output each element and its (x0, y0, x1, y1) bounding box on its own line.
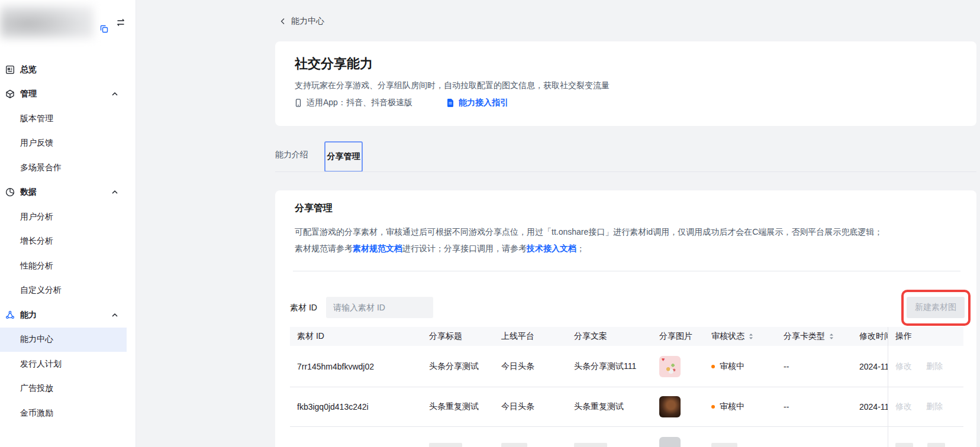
sidebar-item-capability[interactable]: 能力 (0, 303, 136, 328)
sidebar-nav: 总览 管理 版本管理 用户反馈 多场景合作 数据 用户分析 增长分析 性能分析 … (0, 57, 136, 426)
capability-icon (5, 310, 15, 320)
cell-share-image: ♥ (652, 346, 704, 387)
clipped-text (501, 443, 527, 447)
sidebar-item-growth-analysis[interactable]: 增长分析 (0, 229, 136, 254)
main-content: 能力中心 社交分享能力 支持玩家在分享游戏、分享组队房间时，自动拉取配置的图文信… (136, 0, 980, 447)
sidebar-item-overview[interactable]: 总览 (0, 57, 136, 82)
sidebar-item-management[interactable]: 管理 (0, 82, 136, 107)
clipped-text (574, 443, 607, 447)
delete-link[interactable]: 删除 (926, 401, 943, 412)
clipped-text (429, 443, 462, 447)
delete-link[interactable]: 删除 (926, 361, 943, 372)
status-dot-orange (711, 365, 715, 368)
column-header-material-id: 素材 ID (290, 327, 422, 346)
sort-icon[interactable] (747, 332, 755, 341)
sidebar: 总览 管理 版本管理 用户反馈 多场景合作 数据 用户分析 增长分析 性能分析 … (0, 0, 136, 447)
sidebar-item-label: 多场景合作 (20, 163, 62, 173)
document-icon (446, 98, 455, 108)
panel-title: 分享管理 (295, 202, 333, 215)
edit-link[interactable]: 修改 (895, 361, 912, 372)
sidebar-item-label: 版本管理 (20, 114, 53, 124)
app-logo-blurred (0, 5, 94, 39)
clipped-text (927, 443, 945, 447)
column-header-review-status: 审核状态 (704, 327, 776, 346)
cell-card-type: -- (776, 387, 852, 426)
breadcrumb-back[interactable]: 能力中心 (278, 15, 324, 27)
cell-actions (888, 427, 963, 447)
table-header: 素材 ID 分享标题 上线平台 分享文案 分享图片 审核状态 分享卡类型 修改时… (290, 327, 963, 346)
share-image-thumbnail (659, 396, 681, 417)
sidebar-item-label: 用户反馈 (20, 138, 53, 148)
overview-icon (5, 65, 15, 74)
tech-doc-link[interactable]: 技术接入文档 (527, 244, 576, 253)
sidebar-item-coin-incentive[interactable]: 金币激励 (0, 401, 136, 426)
share-image-thumbnail (659, 437, 681, 447)
sidebar-item-publisher-plan[interactable]: 发行人计划 (0, 352, 136, 377)
panel-desc-line2-suffix: ； (576, 244, 585, 253)
sidebar-item-ad-delivery[interactable]: 广告投放 (0, 377, 136, 401)
cell-actions: 修改 删除 (888, 346, 963, 387)
tab-capability-intro[interactable]: 能力介绍 (275, 150, 308, 160)
cell-actions: 修改 删除 (888, 387, 963, 426)
sidebar-item-user-analysis[interactable]: 用户分析 (0, 205, 136, 229)
status-label: 审核中 (720, 361, 744, 372)
column-header-label: 审核状态 (711, 331, 744, 342)
sidebar-item-label: 金币激励 (20, 408, 53, 419)
material-spec-doc-link[interactable]: 素材规范文档 (353, 244, 402, 253)
column-header-actions: 操作 (888, 327, 963, 346)
column-header-share-title: 分享标题 (422, 327, 494, 346)
cell-material-id: 7rr145hm4bfkvwdj02 (290, 346, 422, 387)
sidebar-item-performance-analysis[interactable]: 性能分析 (0, 254, 136, 278)
cell-review-status: 审核中 (704, 387, 776, 426)
create-material-button[interactable]: 新建素材图 (907, 297, 965, 318)
table-row-partial (290, 427, 963, 447)
cell-review-status: 审核中 (704, 346, 776, 387)
sidebar-item-capability-center[interactable]: 能力中心 (0, 328, 127, 352)
cell-platform: 今日头条 (494, 387, 567, 426)
cell-card-type: -- (776, 346, 852, 387)
material-id-input[interactable] (326, 297, 433, 318)
tab-share-management[interactable]: 分享管理 (324, 141, 363, 172)
sidebar-item-version-management[interactable]: 版本管理 (0, 106, 136, 131)
copy-icon[interactable] (99, 24, 109, 34)
cell-share-image (652, 387, 704, 426)
sidebar-item-label: 广告投放 (20, 383, 53, 394)
pie-chart-icon (5, 187, 15, 197)
panel-desc-line1: 可配置游戏的分享素材，审核通过后可根据不同游戏分享点位，用过「tt.onshar… (295, 227, 882, 237)
cell-modified-time: 2024-11- (852, 346, 888, 387)
sidebar-item-user-feedback[interactable]: 用户反馈 (0, 131, 136, 156)
column-header-label: 分享卡类型 (784, 331, 825, 342)
cell-modified-time: 2024-11- (852, 387, 888, 426)
cell-material-id: fkb3igq0jd413c242i (290, 387, 422, 426)
applicable-apps: 适用App：抖音、抖音极速版 (307, 98, 412, 108)
sort-icon[interactable] (828, 332, 835, 341)
sidebar-item-label: 发行人计划 (20, 359, 62, 370)
sidebar-item-label: 自定义分析 (20, 285, 62, 296)
sidebar-item-custom-analysis[interactable]: 自定义分析 (0, 278, 136, 303)
cell-share-title: 头条重复测试 (422, 387, 494, 426)
table-row: 7rr145hm4bfkvwdj02 头条分享测试 今日头条 头条分享测试111… (290, 346, 963, 387)
app-window: 总览 管理 版本管理 用户反馈 多场景合作 数据 用户分析 增长分析 性能分析 … (0, 0, 980, 447)
panel-desc-line2-mid: 进行设计；分享接口调用，请参考 (402, 244, 527, 253)
material-id-label: 素材 ID (290, 303, 317, 313)
edit-link[interactable]: 修改 (895, 401, 912, 412)
sidebar-item-label: 数据 (20, 187, 37, 197)
switch-app-icon[interactable] (116, 18, 125, 27)
breadcrumb-label: 能力中心 (291, 16, 324, 27)
sidebar-item-label: 用户分析 (20, 212, 53, 222)
sidebar-item-data[interactable]: 数据 (0, 180, 136, 205)
sidebar-item-multi-scene[interactable]: 多场景合作 (0, 156, 136, 180)
cell-share-copy: 头条重复测试 (567, 387, 652, 426)
column-header-card-type: 分享卡类型 (776, 327, 852, 346)
chevron-up-icon (110, 310, 120, 320)
integration-guide-link[interactable]: 能力接入指引 (446, 98, 508, 108)
cell-share-title: 头条分享测试 (422, 346, 494, 387)
page-title: 社交分享能力 (295, 55, 373, 73)
column-header-share-copy: 分享文案 (567, 327, 652, 346)
sidebar-item-label: 性能分析 (20, 261, 53, 271)
capability-hero-card: 社交分享能力 支持玩家在分享游戏、分享组队房间时，自动拉取配置的图文信息，获取社… (275, 41, 976, 126)
status-dot-orange (711, 405, 715, 409)
sidebar-item-label: 总览 (20, 64, 37, 75)
heart-glyph: ♥ (662, 357, 665, 362)
panel-desc-line2-prefix: 素材规范请参考 (295, 244, 353, 253)
